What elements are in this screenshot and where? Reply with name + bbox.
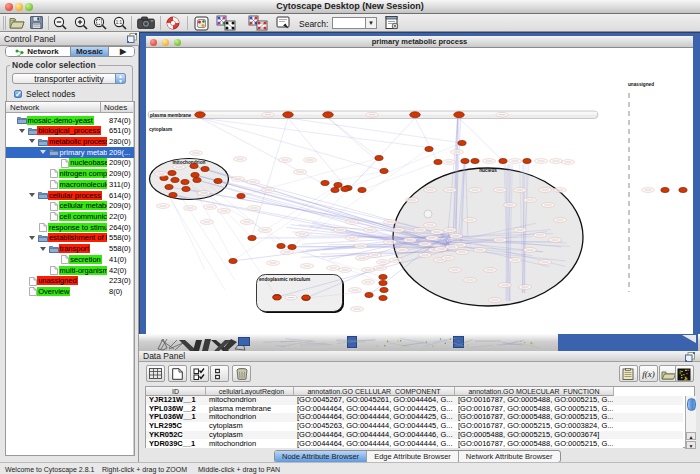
svg-text:f(x): f(x) (642, 369, 655, 379)
svg-text:cytoplasm: cytoplasm (149, 127, 172, 132)
svg-text:plasma membrane: plasma membrane (150, 113, 192, 118)
svg-text:unassigned: unassigned (628, 82, 654, 87)
svg-text:mitochondrion: mitochondrion (173, 160, 206, 165)
svg-text:endoplasmic reticulum: endoplasmic reticulum (259, 277, 310, 282)
svg-text:1:1: 1:1 (116, 20, 123, 25)
svg-text:nucleus: nucleus (479, 168, 497, 173)
